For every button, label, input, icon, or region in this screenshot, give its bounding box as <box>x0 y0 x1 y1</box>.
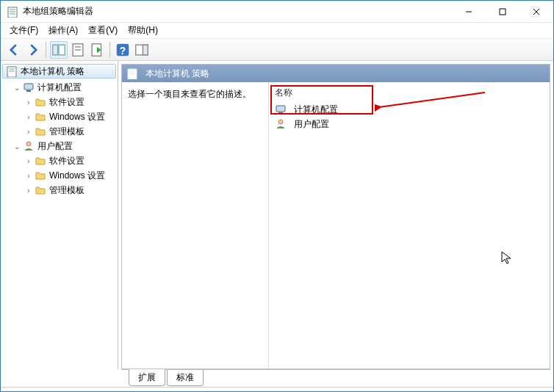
svg-rect-27 <box>276 106 285 112</box>
folder-icon <box>35 111 46 123</box>
expand-icon[interactable]: › <box>24 112 33 121</box>
tree-root[interactable]: 本地计算机 策略 <box>2 64 116 79</box>
svg-rect-28 <box>278 112 283 114</box>
folder-icon <box>35 126 46 137</box>
tree-label: 管理模板 <box>49 126 84 138</box>
svg-text:?: ? <box>120 45 126 56</box>
svg-point-23 <box>26 142 31 146</box>
properties-button[interactable] <box>69 41 87 59</box>
svg-rect-8 <box>53 45 58 55</box>
menu-help[interactable]: 帮助(H) <box>123 23 162 38</box>
back-button[interactable] <box>5 41 23 59</box>
tree-item-admin[interactable]: › 管理模板 <box>1 183 118 197</box>
tree-label: 计算机配置 <box>37 81 82 94</box>
svg-rect-21 <box>24 84 33 90</box>
expand-icon[interactable]: › <box>24 171 33 180</box>
tree-label: 软件设置 <box>49 96 84 109</box>
tree-item-windows[interactable]: › Windows 设置 <box>1 168 118 183</box>
policy-icon <box>126 68 138 79</box>
svg-rect-24 <box>128 69 137 79</box>
toolbar-separator <box>46 42 46 58</box>
tree-label: 本地计算机 策略 <box>21 65 84 78</box>
list-item-user-config[interactable]: 用户配置 <box>269 117 550 131</box>
tab-extended[interactable]: 扩展 <box>129 369 165 386</box>
collapse-icon[interactable]: ⌄ <box>12 142 21 150</box>
folder-icon <box>35 184 46 196</box>
tree-item-user-config[interactable]: ⌄ 用户配置 <box>1 139 118 153</box>
list-item-computer-config[interactable]: 计算机配置 <box>269 102 550 117</box>
show-hide-tree-button[interactable] <box>50 41 68 59</box>
tree-panel: 本地计算机 策略 ⌄ 计算机配置 › 软件设置 › Windows 设置 › 管… <box>1 61 118 369</box>
help-button[interactable]: ? <box>114 41 132 59</box>
toolbar: ? <box>1 39 553 61</box>
details-tabs: 扩展 标准 <box>121 369 550 387</box>
policy-icon <box>6 65 18 77</box>
minimize-button[interactable] <box>452 1 486 23</box>
menu-bar: 文件(F) 操作(A) 查看(V) 帮助(H) <box>1 23 553 39</box>
svg-rect-9 <box>59 45 65 55</box>
main-area: 本地计算机 策略 ⌄ 计算机配置 › 软件设置 › Windows 设置 › 管… <box>1 61 553 369</box>
svg-rect-22 <box>26 90 31 92</box>
svg-rect-0 <box>8 7 17 18</box>
computer-icon <box>23 81 35 93</box>
expand-icon[interactable]: › <box>24 98 33 106</box>
toolbar-separator <box>109 42 110 58</box>
tree-item-computer-config[interactable]: ⌄ 计算机配置 <box>1 80 118 95</box>
menu-view[interactable]: 查看(V) <box>84 23 122 38</box>
tree-label: Windows 设置 <box>49 111 105 123</box>
user-icon <box>23 140 35 152</box>
menu-file[interactable]: 文件(F) <box>5 23 43 38</box>
svg-rect-5 <box>500 9 506 15</box>
svg-rect-18 <box>7 67 16 77</box>
close-button[interactable] <box>519 1 553 23</box>
tree-label: 管理模板 <box>49 184 84 197</box>
collapse-icon[interactable]: ⌄ <box>12 83 21 92</box>
title-bar: 本地组策略编辑器 <box>1 1 553 23</box>
tree-item-software[interactable]: › 软件设置 <box>1 95 118 109</box>
details-body: 选择一个项目来查看它的描述。 名称 计算机配置 用户配置 <box>122 82 550 369</box>
list-column: 名称 计算机配置 用户配置 <box>269 82 550 369</box>
description-column: 选择一个项目来查看它的描述。 <box>122 82 269 369</box>
svg-point-29 <box>278 120 283 124</box>
forward-button[interactable] <box>24 41 42 59</box>
export-list-button[interactable] <box>88 41 106 59</box>
column-header-name[interactable]: 名称 <box>269 85 550 102</box>
tree-item-admin[interactable]: › 管理模板 <box>1 124 118 139</box>
action-pane-button[interactable] <box>133 41 151 59</box>
tree-item-software[interactable]: › 软件设置 <box>1 153 118 168</box>
details-header: 本地计算机 策略 <box>122 65 550 82</box>
maximize-button[interactable] <box>486 1 519 23</box>
tab-standard[interactable]: 标准 <box>167 370 204 386</box>
expand-icon[interactable]: › <box>24 156 33 165</box>
menu-action[interactable]: 操作(A) <box>44 23 82 38</box>
list-item-label: 用户配置 <box>294 118 329 131</box>
expand-icon[interactable]: › <box>24 186 33 195</box>
description-prompt: 选择一个项目来查看它的描述。 <box>128 89 251 99</box>
user-icon <box>275 118 287 130</box>
folder-icon <box>35 170 46 181</box>
computer-icon <box>275 104 287 115</box>
tree-label: Windows 设置 <box>49 170 105 182</box>
tree-label: 软件设置 <box>49 155 84 167</box>
tree-item-windows[interactable]: › Windows 设置 <box>1 109 118 124</box>
tree-label: 用户配置 <box>37 140 73 153</box>
window-title: 本地组策略编辑器 <box>23 5 452 18</box>
status-bar <box>1 387 553 392</box>
folder-icon <box>35 155 46 167</box>
folder-icon <box>35 96 46 108</box>
details-panel: 本地计算机 策略 选择一个项目来查看它的描述。 名称 计算机配置 用户配置 <box>121 64 550 369</box>
details-header-title: 本地计算机 策略 <box>145 68 209 80</box>
svg-rect-17 <box>143 45 148 55</box>
app-icon <box>7 6 18 18</box>
expand-icon[interactable]: › <box>24 127 33 136</box>
list-item-label: 计算机配置 <box>294 104 338 116</box>
